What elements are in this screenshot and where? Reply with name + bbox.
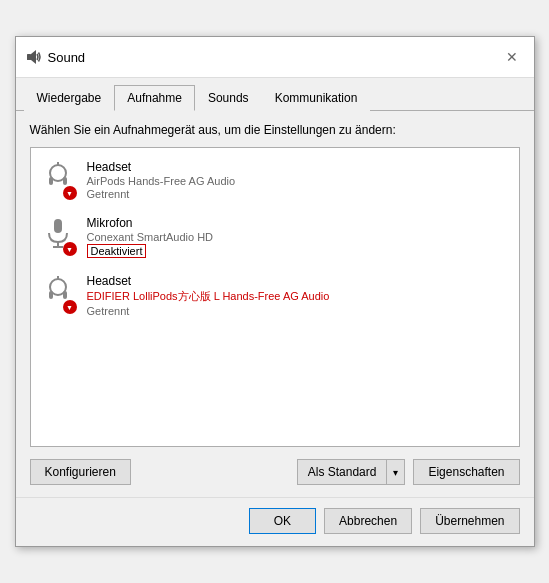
- device-detail-mikrofon: Conexant SmartAudio HD: [87, 231, 509, 243]
- device-name-mikrofon: Mikrofon: [87, 216, 509, 230]
- device-icon-headset2: [41, 274, 77, 314]
- device-status-headset1: Getrennt: [87, 188, 509, 200]
- tab-sounds[interactable]: Sounds: [195, 85, 262, 111]
- device-info-mikrofon: Mikrofon Conexant SmartAudio HD Deaktivi…: [87, 216, 509, 258]
- svg-rect-3: [49, 177, 53, 185]
- device-item-headset-airpods[interactable]: Headset AirPods Hands-Free AG Audio Getr…: [35, 152, 515, 208]
- device-icon-headset1: [41, 160, 77, 200]
- device-info-headset2: Headset EDIFIER LolliPods方心版 L Hands-Fre…: [87, 274, 509, 317]
- eigenschaften-button[interactable]: Eigenschaften: [413, 459, 519, 485]
- tab-aufnahme[interactable]: Aufnahme: [114, 85, 195, 111]
- tab-wiedergabe[interactable]: Wiedergabe: [24, 85, 115, 111]
- device-detail-headset1: AirPods Hands-Free AG Audio: [87, 175, 509, 187]
- svg-rect-11: [63, 291, 67, 299]
- ok-button[interactable]: OK: [249, 508, 316, 534]
- title-bar-left: Sound: [26, 49, 86, 65]
- tab-bar: Wiedergabe Aufnahme Sounds Kommunikation: [16, 78, 534, 111]
- down-arrow-badge-1: [63, 186, 77, 200]
- down-arrow-badge-2: [63, 242, 77, 256]
- speaker-icon: [26, 49, 42, 65]
- device-name-headset1: Headset: [87, 160, 509, 174]
- als-standard-button-group: Als Standard ▾: [297, 459, 406, 485]
- title-bar: Sound ✕: [16, 37, 534, 78]
- device-item-headset-edifier[interactable]: Headset EDIFIER LolliPods方心版 L Hands-Fre…: [35, 266, 515, 325]
- svg-rect-10: [49, 291, 53, 299]
- close-button[interactable]: ✕: [500, 45, 524, 69]
- device-info-headset1: Headset AirPods Hands-Free AG Audio Getr…: [87, 160, 509, 200]
- action-buttons: Konfigurieren Als Standard ▾ Eigenschaft…: [30, 459, 520, 485]
- device-icon-mikrofon: [41, 216, 77, 256]
- sound-dialog: Sound ✕ Wiedergabe Aufnahme Sounds Kommu…: [15, 36, 535, 547]
- device-item-mikrofon[interactable]: Mikrofon Conexant SmartAudio HD Deaktivi…: [35, 208, 515, 266]
- svg-rect-0: [27, 54, 31, 60]
- device-status-headset2: Getrennt: [87, 305, 509, 317]
- als-standard-dropdown[interactable]: ▾: [386, 459, 405, 485]
- tab-kommunikation[interactable]: Kommunikation: [262, 85, 371, 111]
- übernehmen-button[interactable]: Übernehmen: [420, 508, 519, 534]
- instruction-text: Wählen Sie ein Aufnahmegerät aus, um die…: [30, 123, 520, 137]
- tab-content: Wählen Sie ein Aufnahmegerät aus, um die…: [16, 111, 534, 497]
- device-detail-headset2: EDIFIER LolliPods方心版 L Hands-Free AG Aud…: [87, 289, 509, 304]
- abbrechen-button[interactable]: Abbrechen: [324, 508, 412, 534]
- window-title: Sound: [48, 50, 86, 65]
- svg-rect-6: [54, 219, 62, 233]
- svg-rect-4: [63, 177, 67, 185]
- device-list[interactable]: Headset AirPods Hands-Free AG Audio Getr…: [30, 147, 520, 447]
- als-standard-button[interactable]: Als Standard: [297, 459, 387, 485]
- device-name-headset2: Headset: [87, 274, 509, 288]
- bottom-buttons: OK Abbrechen Übernehmen: [16, 497, 534, 546]
- svg-marker-1: [31, 50, 36, 64]
- down-arrow-badge-3: [63, 300, 77, 314]
- device-status-mikrofon: Deaktiviert: [87, 244, 147, 258]
- konfigurieren-button[interactable]: Konfigurieren: [30, 459, 131, 485]
